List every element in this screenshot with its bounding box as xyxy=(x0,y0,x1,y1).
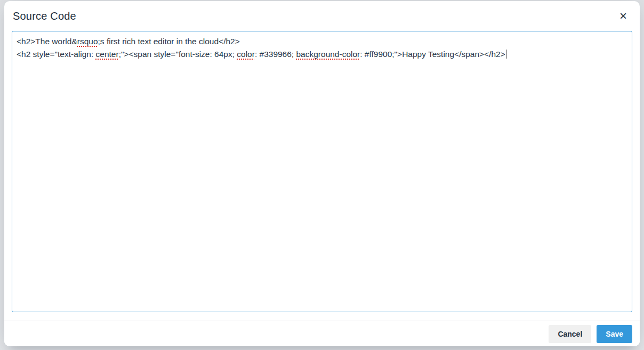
code-line: <h2>The world&rsquo;s first rich text ed… xyxy=(17,35,627,48)
close-icon: × xyxy=(619,10,627,22)
modal-backdrop: Source Code × <h2>The world&rsquo;s firs… xyxy=(0,0,644,350)
save-button[interactable]: Save xyxy=(597,325,632,343)
text-caret xyxy=(506,50,507,59)
dialog-header: Source Code × xyxy=(4,1,640,31)
code-text: : #339966; xyxy=(255,50,296,59)
code-text: : #ff9900;">Happy Testing</span></h2> xyxy=(360,50,505,59)
dialog-title: Source Code xyxy=(13,10,76,22)
source-code-textarea[interactable]: <h2>The world&rsquo;s first rich text ed… xyxy=(12,31,632,312)
code-text: <h2>The world& xyxy=(17,37,77,46)
source-code-dialog: Source Code × <h2>The world&rsquo;s firs… xyxy=(4,1,640,346)
code-text: ;"><span style="font-size: 64px; xyxy=(119,50,237,59)
misspelled-word: color xyxy=(237,50,255,59)
cancel-button[interactable]: Cancel xyxy=(549,325,591,343)
dialog-body: <h2>The world&rsquo;s first rich text ed… xyxy=(4,31,640,321)
code-text: ;s first rich text editor in the cloud</… xyxy=(98,37,240,46)
code-line: <h2 style="text-align: center;"><span st… xyxy=(17,48,627,61)
dialog-footer: Cancel Save xyxy=(4,321,640,346)
close-button[interactable]: × xyxy=(614,7,632,25)
misspelled-word: background-color xyxy=(296,50,360,59)
misspelled-word: rsquo xyxy=(77,37,98,46)
misspelled-word: center xyxy=(96,50,119,59)
code-text: <h2 style="text-align: xyxy=(17,50,96,59)
